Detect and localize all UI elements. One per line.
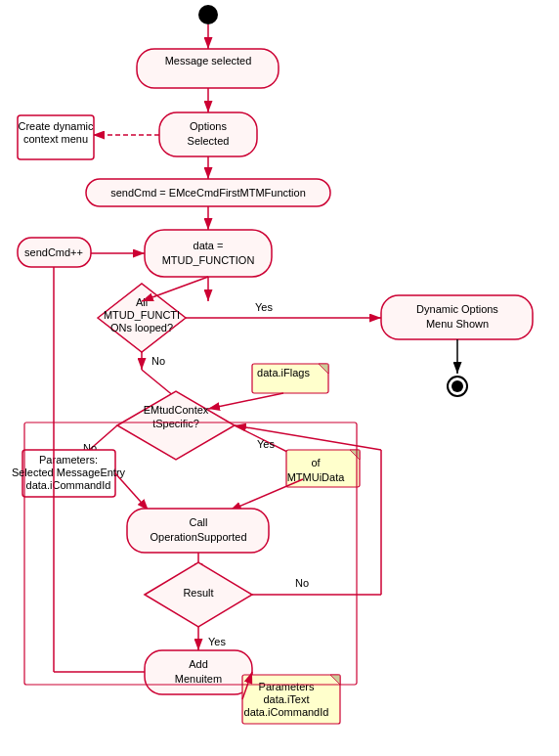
of-mtmui-label2: MTMUiData <box>287 471 346 483</box>
options-selected-label1: Options <box>190 120 227 132</box>
parameters-label1: Parameters: <box>39 454 98 466</box>
add-menuitem-label1: Add <box>189 658 208 670</box>
of-mtmui-label1: of <box>311 457 321 468</box>
no-label-looped: No <box>151 355 165 367</box>
arrow-iflags-to-emtud <box>208 393 283 409</box>
diamond-looped-label1: All <box>136 296 148 308</box>
parameters-label2: Selected MessageEntry <box>12 467 126 478</box>
diamond-looped-label2: MTUD_FUNCTI <box>104 309 180 321</box>
create-dynamic-label1: Create dynamic <box>18 120 94 132</box>
diamond-emtud-label2: tSpecific? <box>152 418 199 429</box>
sendcmd-inc-label: sendCmd++ <box>24 246 83 258</box>
start-node <box>198 5 218 24</box>
data-assign-shape <box>145 230 272 277</box>
add-menuitem-label2: Menuitem <box>175 673 222 685</box>
arrow-data-to-looped <box>142 277 208 301</box>
data-assign-label2: MTUD_FUNCTION <box>162 254 255 266</box>
data-iflags-label: data.iFlags <box>257 367 310 378</box>
diamond-looped-label3: ONs looped? <box>110 322 173 334</box>
params-bottom-label1: Parameters <box>259 681 315 692</box>
yes-label3: Yes <box>208 636 226 647</box>
dynamic-options-label1: Dynamic Options <box>416 303 498 315</box>
end-inner <box>452 380 463 392</box>
arrow-mtmui-to-call <box>230 479 303 511</box>
data-assign-label1: data = <box>194 240 224 251</box>
dynamic-options-label2: Menu Shown <box>426 318 489 330</box>
diagram-container: Message selected Options Selected Create… <box>0 0 559 756</box>
sendcmd-init-label: sendCmd = EMceCmdFirstMTMFunction <box>110 187 306 199</box>
message-selected-label: Message selected <box>165 55 252 67</box>
yes-label1: Yes <box>255 301 273 313</box>
parameters-label3: data.iCommandId <box>26 479 111 491</box>
params-bottom-label2: data.iText <box>263 693 309 705</box>
arrow-params-to-call <box>115 473 149 511</box>
diamond-result-label: Result <box>183 587 213 599</box>
call-operation-label2: OperationSupported <box>150 531 246 543</box>
options-selected-label2: Selected <box>188 135 230 147</box>
call-operation-label1: Call <box>190 516 208 528</box>
create-dynamic-label2: context menu <box>23 133 88 145</box>
diamond-emtud-label1: EMtudContex <box>144 404 209 416</box>
yes-label2: Yes <box>257 438 275 450</box>
params-bottom-label3: data.iCommandId <box>244 706 329 718</box>
no-label-result: No <box>295 577 309 589</box>
